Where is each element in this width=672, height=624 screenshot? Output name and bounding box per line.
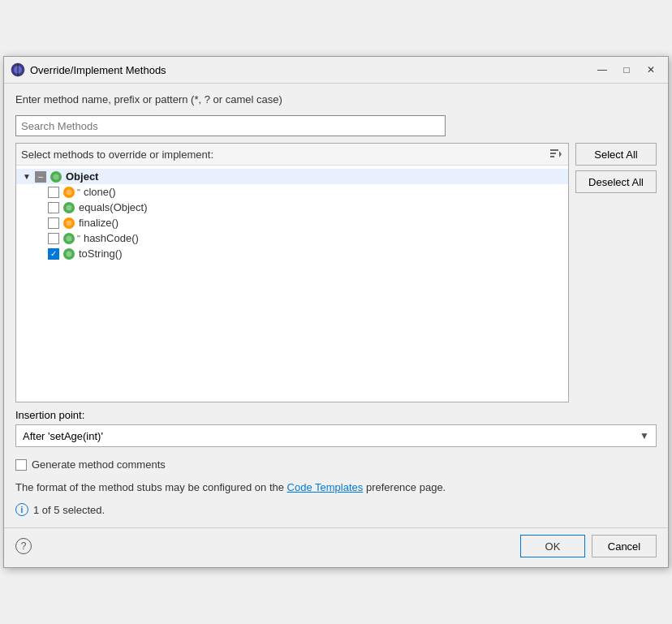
dialog-footer: ? OK Cancel [4,527,668,567]
svg-point-14 [67,220,72,226]
ok-button[interactable]: OK [520,535,585,557]
quote-clone: " [77,187,80,197]
svg-point-10 [67,189,72,195]
code-templates-link[interactable]: Code Templates [287,481,364,493]
note-text: The format of the method stubs may be co… [15,480,657,496]
insertion-dropdown[interactable]: After 'setAge(int)' ▼ [15,424,657,447]
minimize-button[interactable]: — [592,62,613,78]
method-icon-tostring [63,248,75,260]
method-label-equals: equals(Object) [79,201,148,213]
method-item-tostring[interactable]: ✓ toString() [16,246,568,261]
checkbox-tostring[interactable]: ✓ [48,248,59,260]
dialog-body: Enter method name, prefix or pattern (*,… [4,84,668,524]
methods-panel: Select methods to override or implement: [15,143,569,402]
method-item-hashcode[interactable]: " hashCode() [16,230,568,246]
maximize-button[interactable]: □ [616,62,637,78]
help-icon[interactable]: ? [15,538,32,554]
instruction-label: Enter method name, prefix or pattern (*,… [15,93,657,105]
search-input[interactable] [15,115,446,136]
root-checkbox[interactable]: – [35,171,46,183]
side-buttons: Select All Deselect All [575,143,657,193]
method-item-clone[interactable]: " clone() [16,184,568,200]
svg-point-16 [67,235,72,241]
method-label-hashcode: hashCode() [84,232,139,244]
note-before: The format of the method stubs may be co… [15,481,287,493]
root-label: Object [66,170,98,183]
title-bar: Override/Implement Methods — □ ✕ [4,57,668,84]
checkbox-equals[interactable] [48,202,59,213]
dropdown-arrow-icon: ▼ [640,430,649,441]
checkbox-clone[interactable] [48,187,59,198]
svg-rect-3 [550,149,558,151]
footer-buttons: OK Cancel [520,535,657,557]
method-label-tostring: toString() [79,247,122,260]
svg-point-12 [67,204,72,210]
sort-icon[interactable] [549,147,563,161]
cancel-button[interactable]: Cancel [592,535,657,557]
method-item-equals[interactable]: equals(Object) [16,200,568,215]
checkbox-finalize[interactable] [48,217,59,229]
generate-comments-checkbox[interactable] [15,459,27,471]
dialog-icon [11,62,25,77]
method-icon-hashcode [63,233,75,244]
status-row: i 1 of 5 selected. [15,503,657,516]
method-icon-finalize [63,217,75,229]
svg-rect-5 [550,156,554,157]
checkbox-hashcode[interactable] [48,233,59,244]
methods-section: Select methods to override or implement: [15,143,657,402]
tree-root-item[interactable]: ▼ – Object [16,169,568,184]
svg-point-8 [54,174,59,179]
generate-comments-label: Generate method comments [32,457,166,473]
info-icon: i [15,503,28,516]
quote-hashcode: " [77,234,80,243]
method-label-finalize: finalize() [79,217,118,229]
svg-rect-4 [550,153,556,154]
override-implement-dialog: Override/Implement Methods — □ ✕ Enter m… [3,56,669,568]
method-icon-equals [63,202,75,213]
generate-comments-row[interactable]: Generate method comments [15,457,657,473]
deselect-all-button[interactable]: Deselect All [575,170,657,193]
method-label-clone: clone() [84,186,116,198]
note-after: preference page. [363,481,446,493]
insertion-value: After 'setAge(int)' [23,430,640,442]
close-button[interactable]: ✕ [640,62,661,78]
insertion-label: Insertion point: [15,409,657,421]
svg-marker-6 [559,151,562,157]
dialog-title: Override/Implement Methods [30,64,592,76]
title-controls: — □ ✕ [592,62,661,78]
insertion-section: Insertion point: After 'setAge(int)' ▼ [15,409,657,447]
method-icon-clone [63,187,75,198]
svg-point-18 [67,251,72,256]
methods-panel-label: Select methods to override or implement: [21,148,213,161]
method-item-finalize[interactable]: finalize() [16,215,568,230]
select-all-button[interactable]: Select All [575,143,657,166]
class-icon [50,171,62,183]
status-text: 1 of 5 selected. [33,504,105,516]
tree-area: ▼ – Object [16,166,568,265]
tree-toggle[interactable]: ▼ [21,171,32,183]
methods-panel-header: Select methods to override or implement: [16,144,568,166]
